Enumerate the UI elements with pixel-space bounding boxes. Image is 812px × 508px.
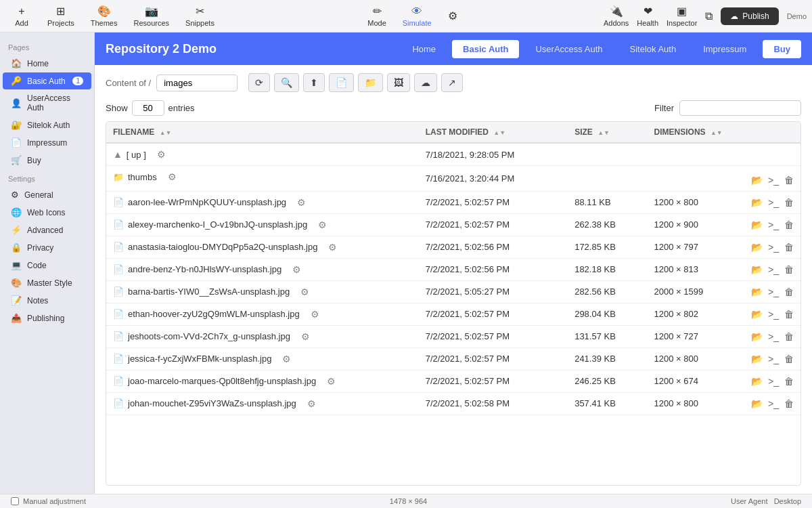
- sidebar-item-advanced[interactable]: ⚡ Advanced: [3, 221, 91, 238]
- delete-icon[interactable]: 🗑: [784, 398, 794, 409]
- palette-icon: 🎨: [11, 278, 22, 288]
- settings-section-label: Settings: [0, 169, 94, 186]
- fm-cloud-button[interactable]: ☁: [414, 73, 437, 92]
- terminal-icon[interactable]: >_: [768, 331, 779, 342]
- table-row: 📄 anastasia-taioglou-DMYDqPp5a2Q-unsplas…: [106, 236, 800, 258]
- open-folder-icon[interactable]: 📂: [751, 242, 763, 253]
- open-folder-icon[interactable]: 📂: [751, 398, 763, 409]
- sidebar-item-home[interactable]: 🏠 Home: [3, 55, 91, 72]
- terminal-icon[interactable]: >_: [768, 287, 779, 297]
- row-gear-icon[interactable]: ⚙: [292, 264, 301, 275]
- terminal-icon[interactable]: >_: [768, 398, 779, 409]
- delete-icon[interactable]: 🗑: [784, 354, 794, 364]
- row-gear-icon[interactable]: ⚙: [328, 242, 337, 253]
- sidebar-item-publishing[interactable]: 📤 Publishing: [3, 310, 91, 326]
- open-folder-icon[interactable]: 📂: [751, 175, 763, 186]
- row-gear-icon[interactable]: ⚙: [157, 149, 166, 160]
- delete-icon[interactable]: 🗑: [784, 287, 794, 297]
- file-table: FILENAME ▲▼ LAST MODIFIED ▲▼ SIZE ▲▼: [106, 122, 800, 415]
- row-gear-icon[interactable]: ⚙: [311, 309, 319, 320]
- delete-icon[interactable]: 🗑: [784, 219, 794, 230]
- fm-image-button[interactable]: 🖼: [387, 73, 410, 92]
- manual-adjustment-checkbox[interactable]: [11, 497, 19, 505]
- col-filename[interactable]: FILENAME ▲▼: [106, 122, 419, 143]
- col-dimensions[interactable]: DIMENSIONS ▲▼: [648, 122, 800, 143]
- toolbar-extra[interactable]: ⚙: [448, 9, 457, 22]
- sidebar-item-sitelok-auth[interactable]: 🔐 Sitelok Auth: [3, 117, 91, 133]
- fm-upload-button[interactable]: ⬆: [303, 73, 325, 92]
- terminal-icon[interactable]: >_: [768, 354, 779, 364]
- fm-new-file-button[interactable]: 📄: [329, 73, 354, 92]
- open-folder-icon[interactable]: 📂: [751, 197, 763, 208]
- terminal-icon[interactable]: >_: [768, 309, 779, 320]
- nav-basic-auth[interactable]: Basic Auth: [452, 40, 519, 58]
- file-size: 241.39 KB: [568, 347, 647, 370]
- open-folder-icon[interactable]: 📂: [751, 331, 763, 342]
- delete-icon[interactable]: 🗑: [784, 376, 794, 387]
- toolbar-simulate[interactable]: 👁 Simulate: [403, 5, 432, 27]
- sidebar-item-impressum[interactable]: 📄 Impressum: [3, 134, 91, 151]
- open-folder-icon[interactable]: 📂: [751, 219, 763, 230]
- sidebar-item-buy[interactable]: 🛒 Buy: [3, 152, 91, 169]
- toolbar-mode[interactable]: ✏ Mode: [367, 5, 386, 27]
- fm-refresh-button[interactable]: ⟳: [248, 73, 270, 92]
- row-gear-icon[interactable]: ⚙: [282, 354, 291, 364]
- terminal-icon[interactable]: >_: [768, 242, 779, 253]
- publish-button[interactable]: ☁ Publish: [721, 7, 778, 25]
- fm-share-button[interactable]: ↗: [441, 73, 463, 92]
- row-gear-icon[interactable]: ⚙: [307, 398, 316, 409]
- terminal-icon[interactable]: >_: [768, 175, 779, 186]
- col-size[interactable]: SIZE ▲▼: [568, 122, 647, 143]
- delete-icon[interactable]: 🗑: [784, 264, 794, 275]
- sidebar-item-code[interactable]: 💻 Code: [3, 257, 91, 274]
- sidebar-item-notes[interactable]: 📝 Notes: [3, 292, 91, 309]
- toolbar-view-toggle[interactable]: ⧉: [705, 10, 713, 22]
- fm-path-input[interactable]: [156, 75, 238, 91]
- filter-input[interactable]: [679, 100, 801, 116]
- sidebar-item-master-style[interactable]: 🎨 Master Style: [3, 274, 91, 291]
- sidebar-item-basic-auth[interactable]: 🔑 Basic Auth 1: [3, 72, 91, 89]
- file-size: [568, 143, 647, 166]
- open-folder-icon[interactable]: 📂: [751, 376, 763, 387]
- toolbar-add[interactable]: + Add: [5, 3, 38, 30]
- toolbar-addons[interactable]: 🔌 Addons: [604, 5, 629, 27]
- row-gear-icon[interactable]: ⚙: [327, 376, 336, 387]
- terminal-icon[interactable]: >_: [768, 264, 779, 275]
- delete-icon[interactable]: 🗑: [784, 331, 794, 342]
- nav-impressum[interactable]: Impressum: [692, 40, 757, 58]
- fm-new-folder-button[interactable]: 📁: [358, 73, 383, 92]
- sidebar-item-privacy[interactable]: 🔒 Privacy: [3, 239, 91, 256]
- nav-useraccess-auth[interactable]: UserAccess Auth: [524, 40, 613, 58]
- toolbar-themes[interactable]: 🎨 Themes: [84, 2, 125, 30]
- sidebar-item-useraccess-auth[interactable]: 👤 UserAccess Auth: [3, 90, 91, 116]
- toolbar-resources[interactable]: 📷 Resources: [127, 2, 177, 30]
- delete-icon[interactable]: 🗑: [784, 197, 794, 208]
- toolbar-health[interactable]: ❤ Health: [637, 5, 658, 27]
- open-folder-icon[interactable]: 📂: [751, 287, 763, 297]
- terminal-icon[interactable]: >_: [768, 197, 779, 208]
- nav-sitelok-auth[interactable]: Sitelok Auth: [618, 40, 687, 58]
- row-gear-icon[interactable]: ⚙: [318, 219, 327, 230]
- delete-icon[interactable]: 🗑: [784, 242, 794, 253]
- row-gear-icon[interactable]: ⚙: [300, 287, 309, 297]
- toolbar-inspector[interactable]: ▣ Inspector: [667, 5, 697, 27]
- delete-icon[interactable]: 🗑: [784, 175, 794, 186]
- toolbar-projects[interactable]: ⊞ Projects: [41, 2, 81, 30]
- row-gear-icon[interactable]: ⚙: [168, 171, 177, 182]
- row-gear-icon[interactable]: ⚙: [301, 331, 310, 342]
- open-folder-icon[interactable]: 📂: [751, 264, 763, 275]
- fm-search-button[interactable]: 🔍: [274, 73, 299, 92]
- nav-home[interactable]: Home: [401, 40, 447, 58]
- terminal-icon[interactable]: >_: [768, 376, 779, 387]
- delete-icon[interactable]: 🗑: [784, 309, 794, 320]
- sidebar-item-web-icons[interactable]: 🌐 Web Icons: [3, 204, 91, 221]
- show-entries-input[interactable]: [132, 100, 164, 116]
- terminal-icon[interactable]: >_: [768, 219, 779, 230]
- open-folder-icon[interactable]: 📂: [751, 354, 763, 364]
- sidebar-item-general[interactable]: ⚙ General: [3, 186, 91, 203]
- toolbar-snippets[interactable]: ✂ Snippets: [179, 2, 221, 30]
- col-modified[interactable]: LAST MODIFIED ▲▼: [419, 122, 568, 143]
- row-gear-icon[interactable]: ⚙: [297, 197, 306, 208]
- nav-buy[interactable]: Buy: [763, 40, 801, 58]
- open-folder-icon[interactable]: 📂: [751, 309, 763, 320]
